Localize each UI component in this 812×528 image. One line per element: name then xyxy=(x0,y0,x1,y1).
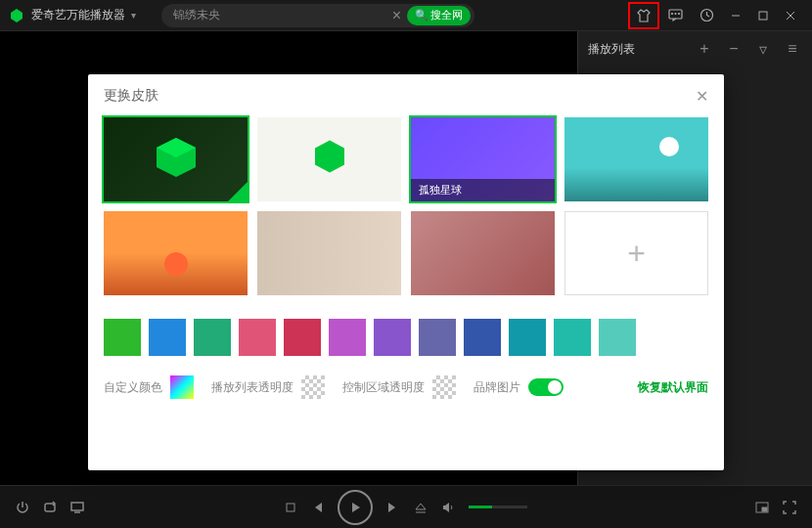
play-button[interactable] xyxy=(338,490,373,525)
brand-image-toggle[interactable] xyxy=(528,378,564,396)
minimize-button[interactable] xyxy=(722,2,749,29)
svg-rect-7 xyxy=(759,12,767,20)
playlist-title: 播放列表 xyxy=(588,41,685,58)
app-logo xyxy=(8,7,25,24)
control-opacity-picker[interactable] xyxy=(432,375,456,399)
skin-icon[interactable] xyxy=(628,2,659,29)
color-swatch[interactable] xyxy=(419,319,456,356)
pip-icon[interactable] xyxy=(755,501,769,514)
app-title: 爱奇艺万能播放器 xyxy=(31,7,125,23)
app-menu-dropdown[interactable]: ▾ xyxy=(131,10,136,21)
skin-thumb-add[interactable]: + xyxy=(564,211,708,295)
skin-thumb-dark[interactable] xyxy=(104,117,248,201)
playlist-menu-icon[interactable]: ≡ xyxy=(783,40,802,58)
close-button[interactable] xyxy=(777,2,804,29)
svg-rect-12 xyxy=(287,504,294,511)
loop-icon[interactable] xyxy=(43,501,57,514)
color-swatch[interactable] xyxy=(284,319,321,356)
brand-image-label: 品牌图片 xyxy=(474,379,520,396)
playlist-add-icon[interactable]: + xyxy=(695,40,714,58)
skin-thumb-sunset[interactable] xyxy=(104,211,248,295)
svg-point-4 xyxy=(678,14,679,15)
color-swatch[interactable] xyxy=(104,319,141,356)
fullscreen-icon[interactable] xyxy=(783,501,796,514)
skin-modal: 更换皮肤 ✕ 孤独星球 + 自定义颜色 播放列表 xyxy=(88,74,724,470)
color-swatch[interactable] xyxy=(554,319,591,356)
volume-slider[interactable] xyxy=(469,506,527,508)
power-icon[interactable] xyxy=(16,501,29,514)
color-swatch[interactable] xyxy=(509,319,546,356)
playlist-filter-icon[interactable]: ▿ xyxy=(753,40,773,59)
maximize-button[interactable] xyxy=(749,2,777,29)
custom-color-picker[interactable] xyxy=(170,375,194,399)
color-swatch[interactable] xyxy=(374,319,411,356)
search-box: × 🔍搜全网 xyxy=(161,4,474,27)
svg-marker-0 xyxy=(11,9,23,22)
svg-rect-15 xyxy=(762,507,767,511)
color-swatch[interactable] xyxy=(239,319,276,356)
control-opacity-label: 控制区域透明度 xyxy=(342,379,425,396)
search-input[interactable] xyxy=(173,9,386,22)
search-clear-icon[interactable]: × xyxy=(386,7,407,24)
skin-thumb-people[interactable] xyxy=(257,211,401,295)
volume-icon[interactable] xyxy=(441,501,455,514)
eject-icon[interactable] xyxy=(414,501,428,514)
svg-point-2 xyxy=(671,14,672,15)
skin-thumb-purple[interactable]: 孤独星球 xyxy=(411,117,555,201)
cast-icon[interactable] xyxy=(70,501,84,514)
feedback-icon[interactable] xyxy=(659,2,691,29)
svg-rect-11 xyxy=(71,503,83,510)
skin-thumb-teal[interactable] xyxy=(564,117,708,201)
playlist-opacity-picker[interactable] xyxy=(301,375,325,399)
restore-default-link[interactable]: 恢复默认界面 xyxy=(638,379,708,396)
color-swatches xyxy=(88,295,724,356)
color-swatch[interactable] xyxy=(329,319,366,356)
custom-color-label: 自定义颜色 xyxy=(104,379,162,396)
color-swatch[interactable] xyxy=(464,319,501,356)
skin-label: 孤独星球 xyxy=(411,179,555,201)
next-icon[interactable] xyxy=(386,501,400,514)
modal-title: 更换皮肤 xyxy=(104,87,158,105)
skin-thumb-cat[interactable] xyxy=(411,211,555,295)
color-swatch[interactable] xyxy=(149,319,186,356)
history-icon[interactable] xyxy=(691,2,722,29)
modal-close-icon[interactable]: ✕ xyxy=(696,87,708,106)
stop-icon[interactable] xyxy=(285,502,296,513)
color-swatch[interactable] xyxy=(194,319,231,356)
color-swatch[interactable] xyxy=(599,319,636,356)
prev-icon[interactable] xyxy=(310,501,324,514)
playlist-remove-icon[interactable]: − xyxy=(724,40,744,58)
skin-thumb-light[interactable] xyxy=(257,117,401,201)
svg-point-3 xyxy=(675,14,676,15)
svg-marker-18 xyxy=(315,141,344,173)
search-web-button[interactable]: 🔍搜全网 xyxy=(407,6,471,25)
playbar xyxy=(0,485,812,528)
playlist-opacity-label: 播放列表透明度 xyxy=(211,379,293,396)
titlebar: 爱奇艺万能播放器 ▾ × 🔍搜全网 xyxy=(0,0,812,31)
